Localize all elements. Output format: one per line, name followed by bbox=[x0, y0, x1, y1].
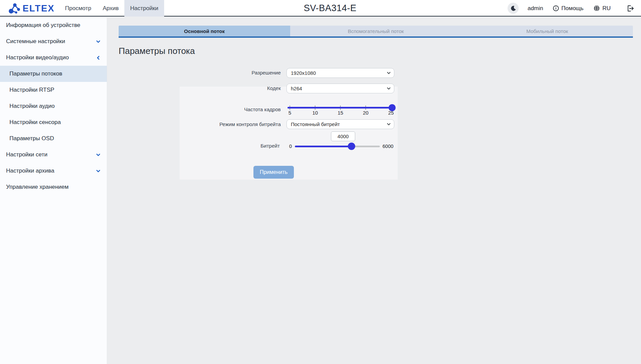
sidebar-item-storage-management[interactable]: Управление хранением bbox=[0, 179, 107, 195]
nav-settings[interactable]: Настройки bbox=[124, 0, 164, 17]
sidebar-item-stream-parameters[interactable]: Параметры потоков bbox=[0, 66, 107, 82]
page-title: Параметры потока bbox=[119, 46, 195, 56]
sidebar-item-video-audio-settings[interactable]: Настройки видео/аудио bbox=[0, 50, 107, 66]
bitrate-max-label: 6000 bbox=[383, 144, 393, 149]
tab-main-stream[interactable]: Основной поток bbox=[119, 26, 290, 36]
tabs-underline bbox=[119, 36, 633, 38]
sidebar-item-label: Параметры потоков bbox=[9, 70, 62, 77]
tick-label: 25 bbox=[388, 110, 394, 116]
framerate-slider-track[interactable] bbox=[287, 107, 393, 109]
resolution-select-wrap: 1920x1080 bbox=[286, 68, 394, 78]
codec-select-wrap: h264 bbox=[286, 84, 394, 93]
eltex-molecule-icon bbox=[8, 2, 21, 14]
sidebar-item-audio-settings[interactable]: Настройки аудио bbox=[0, 98, 107, 114]
globe-icon bbox=[593, 5, 600, 11]
tick-label: 10 bbox=[312, 110, 318, 116]
language-label: RU bbox=[602, 5, 611, 12]
device-title: SV-BA314-E bbox=[304, 0, 357, 17]
chevron-left-icon bbox=[96, 55, 101, 60]
sidebar-item-label: Настройки архива bbox=[6, 168, 54, 174]
bitrate-min-label: 0 bbox=[286, 144, 292, 149]
user-menu[interactable]: admin bbox=[527, 5, 543, 12]
bitrate-slider[interactable] bbox=[295, 143, 380, 150]
header-right-cluster: admin Помощь RU bbox=[508, 0, 634, 17]
bitrate-mode-select[interactable]: Постоянный битрейт bbox=[286, 119, 394, 129]
help-label: Помощь bbox=[561, 5, 584, 12]
sidebar-item-sensor-settings[interactable]: Настройки сенсора bbox=[0, 114, 107, 130]
moon-icon bbox=[510, 5, 516, 11]
sidebar-item-rtsp-settings[interactable]: Настройки RTSP bbox=[0, 82, 107, 98]
sidebar-item-label: Настройки сенсора bbox=[9, 119, 61, 126]
tick-label: 15 bbox=[338, 110, 343, 116]
sidebar-item-label: Параметры OSD bbox=[9, 135, 54, 142]
eltex-logo[interactable]: ELTEX bbox=[8, 2, 55, 15]
sidebar-item-label: Настройки RTSP bbox=[9, 87, 54, 93]
chevron-down-icon bbox=[96, 152, 101, 157]
sidebar-item-device-info[interactable]: Информация об устройстве bbox=[0, 17, 107, 33]
tab-secondary-stream[interactable]: Вспомогательный поток bbox=[290, 26, 462, 36]
sidebar-item-label: Настройки сети bbox=[6, 151, 48, 158]
sidebar-item-archive-settings[interactable]: Настройки архива bbox=[0, 163, 107, 179]
chevron-down-icon bbox=[96, 39, 101, 44]
help-button[interactable]: Помощь bbox=[553, 5, 584, 12]
logout-button[interactable] bbox=[627, 5, 634, 12]
sidebar-item-label: Системные настройки bbox=[6, 38, 65, 45]
dark-mode-toggle[interactable] bbox=[508, 3, 519, 14]
sidebar-item-label: Настройки аудио bbox=[9, 103, 55, 110]
logo-text: ELTEX bbox=[23, 4, 55, 13]
tick-label: 20 bbox=[363, 110, 369, 116]
sidebar-item-label: Управление хранением bbox=[6, 184, 69, 190]
nav-archive[interactable]: Архив bbox=[97, 0, 125, 17]
sidebar-item-osd-parameters[interactable]: Параметры OSD bbox=[0, 130, 107, 147]
resolution-label: Разрешение bbox=[169, 69, 281, 77]
bitrate-value-input[interactable] bbox=[331, 131, 355, 141]
bitrate-label: Битрейт bbox=[167, 142, 280, 150]
codec-select[interactable]: h264 bbox=[286, 84, 394, 93]
bitrate-mode-select-wrap: Постоянный битрейт bbox=[286, 119, 394, 129]
codec-label: Кодек bbox=[169, 84, 281, 92]
apply-button[interactable]: Применить bbox=[253, 166, 294, 179]
tab-mobile-stream[interactable]: Мобильный поток bbox=[461, 26, 633, 36]
framerate-tick-labels: 5 10 15 20 25 bbox=[290, 110, 391, 116]
logout-icon bbox=[627, 5, 634, 12]
resolution-select[interactable]: 1920x1080 bbox=[286, 68, 394, 78]
sidebar-item-label: Настройки видео/аудио bbox=[6, 54, 69, 61]
top-bar: ELTEX Просмотр Архив Настройки SV-BA314-… bbox=[0, 0, 641, 17]
framerate-label: Частота кадров bbox=[169, 105, 281, 114]
stream-tabs: Основной поток Вспомогательный поток Моб… bbox=[119, 26, 633, 36]
sidebar: Информация об устройстве Системные настр… bbox=[0, 17, 107, 364]
nav-view[interactable]: Просмотр bbox=[59, 0, 97, 17]
sidebar-item-system-settings[interactable]: Системные настройки bbox=[0, 33, 107, 50]
bitrate-slider-handle[interactable] bbox=[348, 143, 355, 150]
bitrate-slider-fill bbox=[295, 146, 352, 147]
chevron-down-icon bbox=[96, 169, 101, 174]
language-switcher[interactable]: RU bbox=[593, 5, 611, 12]
top-navigation: Просмотр Архив Настройки bbox=[59, 0, 164, 17]
info-icon bbox=[553, 5, 559, 11]
sidebar-item-network-settings[interactable]: Настройки сети bbox=[0, 147, 107, 163]
tick-label: 5 bbox=[288, 110, 291, 116]
sidebar-item-label: Информация об устройстве bbox=[6, 22, 80, 29]
bitrate-mode-label: Режим контроля битрейта bbox=[169, 120, 281, 128]
